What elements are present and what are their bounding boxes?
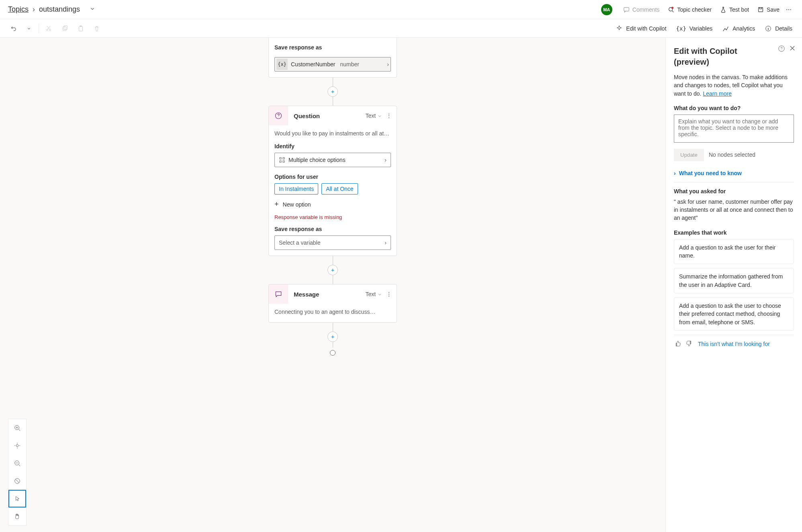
svg-rect-8 xyxy=(64,25,67,29)
canvas-tools xyxy=(8,419,27,526)
analytics-button[interactable]: Analytics xyxy=(717,19,760,38)
variable-type: number xyxy=(340,61,359,68)
topic-checker-button[interactable]: Topic checker xyxy=(663,0,716,19)
option-chip[interactable]: All at Once xyxy=(321,183,358,194)
variable-picker[interactable]: {x} CustomerNumber number › xyxy=(274,57,391,72)
examples-label: Examples that work xyxy=(674,229,794,236)
variable-name: CustomerNumber xyxy=(291,61,335,68)
prompt-label: What do you want to do? xyxy=(674,105,794,111)
save-response-node-1[interactable]: Save response as {x} CustomerNumber numb… xyxy=(268,38,397,78)
zoom-in-button[interactable] xyxy=(8,419,26,437)
details-button[interactable]: Details xyxy=(760,19,797,38)
node-title: Question xyxy=(288,113,365,119)
paste-button[interactable] xyxy=(73,20,89,37)
comments-button[interactable]: Comments xyxy=(619,0,664,19)
end-node xyxy=(330,350,336,356)
save-response-label: Save response as xyxy=(269,38,397,54)
message-node[interactable]: Message Text ⋮ Connecting you to an agen… xyxy=(268,284,397,323)
question-text: Would you like to pay in instalments or … xyxy=(274,130,391,137)
undo-button[interactable] xyxy=(5,20,21,37)
select-variable-picker[interactable]: Select a variable › xyxy=(274,235,391,250)
chevron-right-icon: › xyxy=(387,61,389,68)
feedback-link[interactable]: This isn't what I'm looking for xyxy=(698,341,770,347)
test-bot-button[interactable]: Test bot xyxy=(716,0,753,19)
selection-hint: No nodes selected xyxy=(709,151,755,158)
message-text: Connecting you to an agent to discuss… xyxy=(274,309,391,315)
reset-zoom-button[interactable] xyxy=(8,472,26,490)
question-icon xyxy=(269,106,288,125)
more-button[interactable]: ⋯ xyxy=(784,0,794,19)
fit-button[interactable] xyxy=(8,437,26,454)
node-more-button[interactable]: ⋮ xyxy=(385,291,393,297)
chevron-down-icon[interactable] xyxy=(90,5,95,14)
variable-icon: {x} xyxy=(676,25,686,32)
new-option-button[interactable]: + New option xyxy=(274,198,391,210)
svg-point-6 xyxy=(49,29,51,31)
error-text: Response variable is missing xyxy=(274,214,391,220)
example-item[interactable]: Add a question to ask the user to choose… xyxy=(674,297,794,331)
update-button[interactable]: Update xyxy=(674,149,704,161)
identify-value: Multiple choice options xyxy=(288,157,346,163)
svg-point-18 xyxy=(16,444,18,446)
header-bar: Topics › outstandings MA Comments Topic … xyxy=(0,0,802,19)
add-node-button[interactable]: + xyxy=(327,331,338,342)
command-bar: Edit with Copilot {x} Variables Analytic… xyxy=(0,19,802,38)
canvas[interactable]: Save response as {x} CustomerNumber numb… xyxy=(0,38,665,532)
svg-rect-4 xyxy=(759,7,761,9)
svg-rect-14 xyxy=(283,158,284,159)
save-button[interactable]: Save xyxy=(753,0,784,19)
what-you-need-to-know-accordion[interactable]: › What you need to know xyxy=(674,168,794,182)
example-item[interactable]: Summarize the information gathered from … xyxy=(674,268,794,293)
option-chip[interactable]: In Instalments xyxy=(274,183,318,194)
thumbs-down-button[interactable] xyxy=(686,340,693,348)
svg-point-2 xyxy=(671,6,673,8)
svg-rect-13 xyxy=(280,158,281,159)
edit-with-copilot-button[interactable]: Edit with Copilot xyxy=(611,19,671,38)
asked-label: What you asked for xyxy=(674,188,794,194)
pan-tool-button[interactable] xyxy=(8,507,26,525)
copy-button[interactable] xyxy=(57,20,73,37)
message-icon xyxy=(269,284,288,304)
mode-dropdown[interactable]: Text xyxy=(365,113,382,119)
edit-with-copilot-panel: Edit with Copilot (preview) Move nodes i… xyxy=(665,38,802,532)
variables-button[interactable]: {x} Variables xyxy=(671,19,718,38)
question-node[interactable]: Question Text ⋮ Would you like to pay in… xyxy=(268,106,397,256)
comment-icon xyxy=(623,6,630,13)
avatar[interactable]: MA xyxy=(601,4,612,15)
svg-rect-9 xyxy=(79,26,83,31)
svg-rect-3 xyxy=(759,7,763,12)
thumbs-up-button[interactable] xyxy=(674,340,681,348)
svg-rect-16 xyxy=(283,161,284,162)
copilot-prompt-input[interactable] xyxy=(674,115,794,143)
breadcrumb-current: outstandings xyxy=(39,5,80,14)
delete-button[interactable] xyxy=(89,20,105,37)
save-response-label: Save response as xyxy=(274,226,391,232)
svg-rect-7 xyxy=(63,27,66,31)
node-more-button[interactable]: ⋮ xyxy=(385,113,393,119)
panel-intro: Move nodes in the canvas. To make additi… xyxy=(674,73,794,98)
analytics-icon xyxy=(722,25,729,32)
example-item[interactable]: Add a question to ask the user for their… xyxy=(674,239,794,264)
svg-rect-0 xyxy=(624,7,629,11)
help-button[interactable] xyxy=(778,45,785,53)
identify-label: Identify xyxy=(274,143,391,149)
cut-button[interactable] xyxy=(41,20,57,37)
plus-icon: + xyxy=(274,200,279,209)
close-button[interactable] xyxy=(789,45,796,53)
zoom-out-button[interactable] xyxy=(8,454,26,472)
undo-dropdown[interactable] xyxy=(21,20,37,37)
add-node-button[interactable]: + xyxy=(327,86,338,97)
info-icon xyxy=(765,25,772,32)
svg-point-5 xyxy=(47,29,48,31)
add-node-button[interactable]: + xyxy=(327,265,338,275)
mode-dropdown[interactable]: Text xyxy=(365,291,382,297)
identify-picker[interactable]: Multiple choice options › xyxy=(274,153,391,167)
chevron-right-icon: › xyxy=(33,5,35,14)
variable-icon: {x} xyxy=(276,59,288,70)
chevron-right-icon: › xyxy=(385,239,387,246)
select-tool-button[interactable] xyxy=(8,490,26,507)
select-variable-placeholder: Select a variable xyxy=(279,239,321,246)
learn-more-link[interactable]: Learn more xyxy=(703,90,732,97)
options-label: Options for user xyxy=(274,174,391,180)
breadcrumb-root[interactable]: Topics xyxy=(8,5,29,14)
